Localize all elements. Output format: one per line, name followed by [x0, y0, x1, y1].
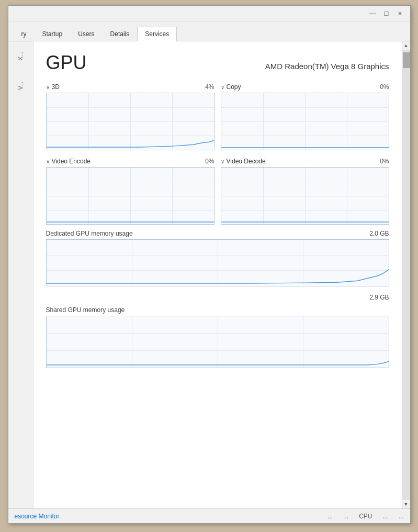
chart-label-row-encode: ∨ Video Encode 0% [46, 158, 214, 165]
dedicated-memory-label: Dedicated GPU memory usage [46, 230, 133, 237]
shared-memory-section: Shared GPU memory usage [46, 306, 389, 368]
chevron-decode-icon: ∨ [221, 159, 224, 164]
tab-details[interactable]: Details [103, 27, 138, 41]
chart-decode-text: Video Decode [227, 158, 266, 165]
bottom-nav-dots3: ... [382, 513, 388, 520]
chart-box-copy [221, 93, 389, 150]
chart-col-copy: ∨ Copy 0% [221, 83, 389, 150]
chart-encode-percent: 0% [205, 158, 214, 165]
tab-bar: ry Startup Users Details Services [8, 21, 410, 41]
sidebar-item-x[interactable]: X... [17, 52, 24, 61]
chart-label-row-3d: ∨ 3D 4% [46, 83, 214, 91]
bottom-nav-dots4: ... [398, 513, 403, 520]
title-bar: — □ × [8, 6, 410, 21]
dedicated-memory-section: Dedicated GPU memory usage 2.0 GB [46, 230, 389, 301]
chart-label-row-copy: ∨ Copy 0% [221, 83, 389, 91]
chart-svg-3d [47, 93, 214, 150]
chart-box-decode [221, 167, 389, 225]
chart-box-3d [46, 93, 214, 150]
sidebar-item-v[interactable]: V... [17, 82, 24, 90]
chart-box-encode [46, 167, 214, 225]
maximize-button[interactable]: □ [381, 8, 392, 19]
chart-3d-text: 3D [52, 83, 60, 91]
gpu-title: GPU [46, 52, 87, 74]
chart-col-3d: ∨ 3D 4% [46, 83, 214, 150]
scrollbar: ▲ ▼ [402, 41, 410, 508]
window-controls: — □ × [367, 8, 406, 19]
dedicated-memory-svg [47, 240, 389, 286]
dedicated-memory-max2: 2,9 GB [46, 294, 389, 301]
chart-copy-percent: 0% [380, 83, 389, 91]
charts-row-1: ∨ 3D 4% [46, 83, 389, 150]
chart-col-decode: ∨ Video Decode 0% [221, 158, 389, 225]
resource-monitor-link[interactable]: esource Monitor [15, 513, 60, 520]
sidebar: X... V... [8, 41, 33, 508]
gpu-header: GPU AMD Radeon(TM) Vega 8 Graphics [46, 52, 389, 74]
chart-label-decode: ∨ Video Decode [221, 158, 266, 165]
tab-users[interactable]: Users [70, 27, 102, 41]
bottom-nav-dots1: ... [327, 513, 333, 520]
scroll-down-button[interactable]: ▼ [402, 500, 410, 508]
task-manager-window: — □ × ry Startup Users Details Services … [8, 5, 411, 524]
bottom-nav-dots2: ... [343, 513, 348, 520]
tab-startup[interactable]: Startup [35, 27, 71, 41]
chart-3d-percent: 4% [205, 83, 214, 91]
shared-memory-label: Shared GPU memory usage [46, 306, 125, 314]
chart-encode-text: Video Encode [52, 158, 91, 165]
chart-decode-percent: 0% [380, 158, 389, 165]
main-panel: GPU AMD Radeon(TM) Vega 8 Graphics ∨ 3D … [33, 41, 402, 508]
shared-memory-label-row: Shared GPU memory usage [46, 306, 389, 314]
chart-svg-copy [221, 93, 389, 150]
tab-performance[interactable]: ry [14, 27, 35, 41]
chart-label-encode: ∨ Video Encode [46, 158, 91, 165]
dedicated-memory-max: 2.0 GB [369, 230, 389, 237]
chart-label-copy: ∨ Copy [221, 83, 241, 91]
chart-col-encode: ∨ Video Encode 0% [46, 158, 214, 225]
chart-svg-decode [221, 168, 389, 224]
bottom-nav-cpu: CPU [359, 513, 372, 520]
scroll-track[interactable] [402, 50, 410, 500]
shared-memory-svg [47, 316, 389, 368]
gpu-device-name: AMD Radeon(TM) Vega 8 Graphics [265, 62, 389, 71]
chart-svg-encode [47, 168, 214, 224]
chevron-3d-icon: ∨ [46, 84, 50, 90]
chart-copy-text: Copy [227, 83, 241, 91]
close-button[interactable]: × [394, 8, 406, 19]
chevron-copy-icon: ∨ [221, 84, 224, 90]
chevron-encode-icon: ∨ [46, 159, 50, 164]
dedicated-memory-chart [46, 239, 389, 286]
dedicated-memory-label-row: Dedicated GPU memory usage 2.0 GB [46, 230, 389, 237]
shared-memory-chart [46, 316, 389, 368]
bottom-bar: esource Monitor ... ... CPU ... ... [8, 508, 410, 523]
tab-services[interactable]: Services [137, 27, 177, 41]
bottom-nav: ... ... CPU ... ... [327, 513, 403, 520]
scroll-up-button[interactable]: ▲ [402, 41, 410, 50]
chart-label-row-decode: ∨ Video Decode 0% [221, 158, 389, 165]
content-area: X... V... GPU AMD Radeon(TM) Vega 8 Grap… [8, 41, 410, 508]
minimize-button[interactable]: — [367, 8, 379, 19]
charts-row-2: ∨ Video Encode 0% [46, 158, 389, 225]
chart-label-3d: ∨ 3D [46, 83, 60, 91]
scroll-thumb[interactable] [403, 52, 410, 68]
